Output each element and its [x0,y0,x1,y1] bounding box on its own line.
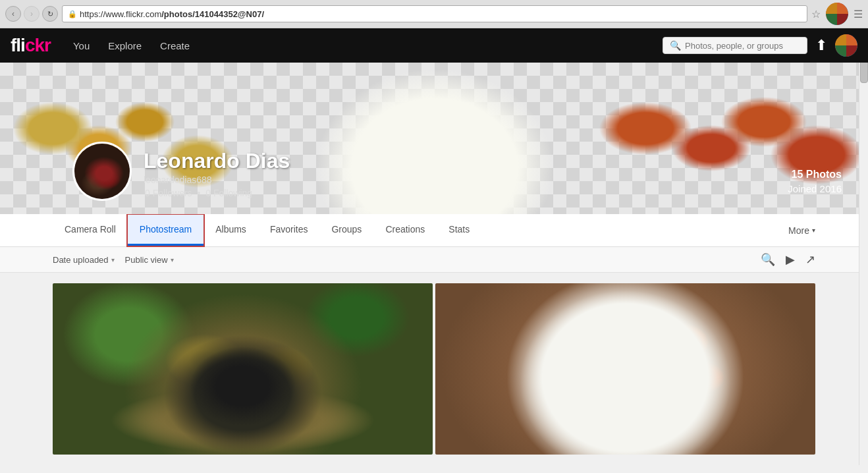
nav-you[interactable]: You [64,40,99,51]
more-dropdown-icon: ▾ [812,227,815,234]
tab-groups[interactable]: Groups [319,215,373,246]
lock-icon: 🔒 [68,10,77,18]
search-photos-icon[interactable]: 🔍 [761,252,775,267]
photo-stew-image [435,283,815,455]
forward-icon: › [30,9,33,18]
flickr-logo[interactable]: flickr [11,35,51,56]
tab-more-label: More [788,225,809,236]
profile-info: Leonardo Dias leonardodias688 0 Follower… [72,142,290,201]
avatar-image [74,144,130,199]
date-sort-arrow-icon: ▾ [111,256,115,264]
tab-favorites[interactable]: Favorites [258,215,320,246]
upload-icon[interactable]: ⬆ [815,37,827,54]
profile-username: leonardodias688 [144,175,290,185]
scrollbar-track[interactable] [859,29,868,465]
bookmark-icon[interactable]: ☆ [811,8,821,20]
flickr-page: flickr You Explore Create 🔍 ⬆ [0,28,868,465]
profile-avatar[interactable] [72,142,132,201]
photo-toolbar: Date uploaded ▾ Public view ▾ 🔍 ▶ ↗ [0,247,868,273]
tab-camera-roll[interactable]: Camera Roll [53,215,128,246]
search-icon: 🔍 [670,40,681,51]
browser-user-avatar[interactable] [826,3,848,25]
tab-stats[interactable]: Stats [437,215,481,246]
user-nav-avatar[interactable] [835,34,857,57]
profile-meta: 15 Photos Joined 2016 [788,169,842,194]
stats-separator: • [197,188,203,198]
profile-name: Leonardo Dias [144,149,290,173]
search-input[interactable] [685,41,800,51]
date-sort-label: Date uploaded [53,255,109,265]
following-count[interactable]: 0 Following [205,188,252,198]
view-arrow-icon: ▾ [171,256,174,264]
share-icon[interactable]: ↗ [805,252,815,267]
joined-text: Joined 2016 [788,183,842,194]
view-label: Public view [125,255,168,265]
user-avatar-image [835,34,857,57]
refresh-button[interactable]: ↻ [42,6,58,22]
refresh-icon: ↻ [47,10,53,18]
tab-albums[interactable]: Albums [203,215,258,246]
nav-explore[interactable]: Explore [99,40,151,51]
photo-item-rice[interactable] [53,283,433,455]
slideshow-icon[interactable]: ▶ [786,252,795,267]
back-icon: ‹ [12,9,14,18]
profile-stats: 0 Followers • 0 Following [144,188,290,198]
browser-avatar-image [826,3,848,25]
photo-rice-image [53,283,433,455]
tab-more[interactable]: More ▾ [788,216,815,245]
followers-count[interactable]: 0 Followers [145,188,192,198]
profile-text: Leonardo Dias leonardodias688 0 Follower… [144,149,290,201]
tab-creations[interactable]: Creations [373,215,437,246]
url-text: https://www.flickr.com/photos/141044352@… [80,9,264,19]
browser-menu-icon[interactable]: ☰ [854,8,863,20]
photo-item-stew[interactable] [435,283,815,455]
top-nav: flickr You Explore Create 🔍 ⬆ [0,28,868,63]
photo-grid [0,273,868,465]
nav-create[interactable]: Create [151,40,199,51]
date-sort-dropdown[interactable]: Date uploaded ▾ [53,255,115,265]
back-button[interactable]: ‹ [5,6,21,22]
tab-photostream[interactable]: Photostream [128,215,203,246]
nav-search-area: 🔍 ⬆ [663,34,857,57]
photos-count: 15 Photos [788,169,842,181]
address-bar[interactable]: 🔒 https://www.flickr.com/photos/14104435… [62,5,807,22]
toolbar-icons: 🔍 ▶ ↗ [761,252,815,267]
forward-button[interactable]: › [24,6,40,22]
tab-nav: Camera Roll Photostream Albums Favorites… [0,214,868,247]
search-box[interactable]: 🔍 [663,37,807,54]
view-dropdown[interactable]: Public view ▾ [125,255,174,265]
profile-hero: Leonardo Dias leonardodias688 0 Follower… [0,63,868,214]
